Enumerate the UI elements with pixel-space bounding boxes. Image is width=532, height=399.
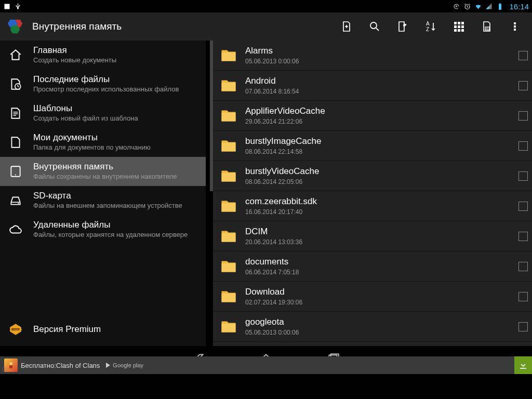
- svg-rect-23: [514, 29, 516, 31]
- file-date: 05.06.2013 0:00:06: [245, 58, 515, 65]
- svg-rect-21: [514, 22, 516, 24]
- file-row[interactable]: documents06.06.2014 7:05:18: [213, 251, 532, 282]
- svg-rect-11: [458, 22, 460, 24]
- sidebar-item-premium[interactable]: PREMIUM Версия Premium: [0, 315, 206, 344]
- file-name: Download: [245, 287, 515, 297]
- file-row[interactable]: googleota05.06.2013 0:00:06: [213, 312, 532, 342]
- file-row[interactable]: iSMS: [213, 342, 532, 346]
- svg-text:PREMIUM: PREMIUM: [13, 329, 22, 331]
- file-date: 05.06.2013 0:00:06: [245, 329, 515, 336]
- file-row[interactable]: burstlyImageCache08.06.2014 22:14:58: [213, 131, 532, 161]
- scrollbar[interactable]: [210, 41, 213, 346]
- grid-view-button[interactable]: [445, 12, 473, 41]
- edit-button[interactable]: [389, 12, 417, 41]
- file-date: 06.06.2014 7:05:18: [245, 269, 515, 276]
- document-icon: [7, 136, 24, 149]
- sidebar-item-label: Главная: [33, 45, 201, 56]
- status-left: [3, 3, 22, 10]
- svg-rect-22: [514, 25, 516, 28]
- folder-icon: [219, 197, 238, 216]
- sidebar-item-label: Удаленные файлы: [33, 220, 201, 230]
- svg-text:ALL: ALL: [486, 27, 490, 30]
- file-name: ApplifierVideoCache: [245, 106, 515, 116]
- sidebar-item-sub: Создать новые документы: [33, 56, 201, 65]
- file-row[interactable]: ApplifierVideoCache29.06.2014 21:22:06: [213, 101, 532, 131]
- file-checkbox[interactable]: [518, 171, 528, 181]
- sidebar-item-label: Версия Premium: [33, 324, 101, 335]
- file-name: documents: [245, 257, 515, 267]
- sidebar-item-recent[interactable]: Последние файлыПросмотр последних исполь…: [0, 70, 206, 99]
- file-name: Alarms: [245, 46, 515, 56]
- file-checkbox[interactable]: [518, 202, 528, 211]
- svg-rect-2: [499, 4, 501, 9]
- select-all-button[interactable]: ALL: [473, 12, 501, 41]
- file-checkbox[interactable]: [518, 111, 528, 121]
- file-row[interactable]: Download02.07.2014 19:30:06: [213, 282, 532, 312]
- sidebar-item-label: Мои документы: [33, 132, 201, 143]
- folder-icon: [219, 46, 238, 65]
- file-checkbox[interactable]: [518, 141, 528, 151]
- rotate-lock-icon: [453, 3, 460, 10]
- premium-icon: PREMIUM: [7, 323, 24, 336]
- file-date: 02.07.2014 19:30:06: [245, 299, 515, 306]
- folder-icon: [219, 167, 238, 185]
- sidebar-item-home[interactable]: ГлавнаяСоздать новые документы: [0, 41, 206, 70]
- svg-point-31: [9, 362, 12, 365]
- file-row[interactable]: burstlyVideoCache08.06.2014 22:05:06: [213, 161, 532, 191]
- sidebar-item-remote[interactable]: Удаленные файлыФайлы, которые хранятся н…: [0, 215, 206, 244]
- ad-download-button[interactable]: [514, 356, 532, 374]
- svg-rect-16: [454, 29, 457, 32]
- overflow-menu-button[interactable]: [501, 12, 529, 41]
- new-file-button[interactable]: [332, 12, 361, 41]
- svg-rect-12: [461, 22, 464, 24]
- alarm-icon: [463, 3, 471, 10]
- svg-rect-32: [9, 365, 12, 368]
- file-row[interactable]: Android07.06.2014 8:16:54: [213, 71, 532, 101]
- divider: [206, 41, 210, 346]
- action-bar: Внутренняя память AZ ALL: [0, 12, 532, 41]
- file-checkbox[interactable]: [518, 51, 528, 60]
- sidebar-item-sub: Просмотр последних использованных файлов: [33, 85, 201, 94]
- ad-info-icon[interactable]: ⓘ: [2, 366, 7, 373]
- sort-button[interactable]: AZ: [417, 12, 445, 41]
- sidebar-item-internal[interactable]: Внутренняя памятьФайлы сохранены на внут…: [0, 157, 206, 186]
- sidebar-item-sub: Файлы, которые хранятся на удаленном сер…: [33, 231, 201, 240]
- file-name: burstlyImageCache: [245, 136, 515, 147]
- page-title: Внутренняя память: [32, 21, 332, 32]
- app-logo: [5, 17, 25, 36]
- file-checkbox[interactable]: [518, 81, 528, 90]
- search-button[interactable]: [361, 12, 389, 41]
- file-name: googleota: [245, 317, 515, 327]
- file-row[interactable]: DCIM20.06.2014 13:03:36: [213, 221, 532, 251]
- svg-text:Z: Z: [426, 26, 429, 32]
- svg-rect-3: [500, 3, 501, 4]
- recent-icon: [7, 77, 24, 91]
- file-checkbox[interactable]: [518, 322, 528, 331]
- cloud-icon: [7, 223, 24, 236]
- folder-icon: [219, 227, 238, 246]
- sidebar-item-sub: Создать новый файл из шаблона: [33, 114, 201, 123]
- file-checkbox[interactable]: [518, 232, 528, 241]
- file-checkbox[interactable]: [518, 292, 528, 301]
- tablet-icon: [7, 165, 24, 178]
- file-checkbox[interactable]: [518, 262, 528, 271]
- file-row[interactable]: Alarms05.06.2013 0:00:06: [213, 41, 532, 71]
- clock: 16:14: [509, 2, 529, 11]
- drive-icon: [7, 194, 24, 207]
- ad-banner[interactable]: Бесплатно: Clash of Clans Google play: [0, 356, 532, 374]
- action-icons: AZ ALL: [332, 12, 529, 41]
- sidebar-item-label: SD-карта: [33, 191, 201, 201]
- svg-rect-17: [458, 29, 460, 32]
- ad-prefix: Бесплатно:: [21, 362, 56, 369]
- ad-store: Google play: [113, 362, 143, 368]
- folder-icon: [219, 317, 238, 336]
- file-row[interactable]: com.zeerabbit.sdk16.06.2014 20:17:40: [213, 191, 532, 221]
- svg-point-26: [15, 174, 16, 175]
- folder-icon: [219, 76, 238, 95]
- wifi-icon: [474, 3, 482, 10]
- file-date: 29.06.2014 21:22:06: [245, 118, 515, 125]
- sidebar-item-mydocs[interactable]: Мои документыПапка для документов по умо…: [0, 128, 206, 157]
- sidebar-item-sdcard[interactable]: SD-картаФайлы на внешнем запоминающем ус…: [0, 186, 206, 215]
- usb-icon: [14, 3, 22, 10]
- sidebar-item-templates[interactable]: ШаблоныСоздать новый файл из шаблона: [0, 99, 206, 128]
